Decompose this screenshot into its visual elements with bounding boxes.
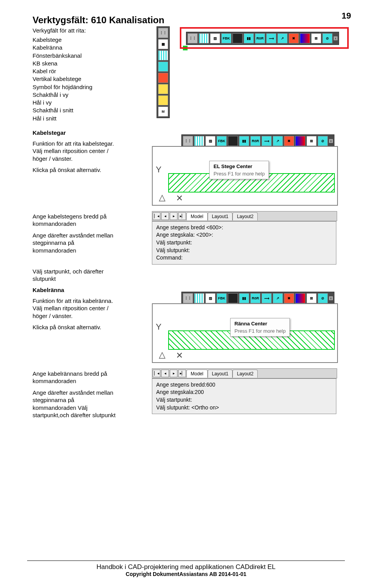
first-icon[interactable]: ▏◂: [153, 370, 160, 377]
tool-icon[interactable]: [194, 136, 204, 146]
tool-icon[interactable]: [158, 73, 168, 83]
tool-icon[interactable]: [228, 293, 238, 303]
tool-icon[interactable]: ⊘: [318, 293, 328, 303]
tab-layout2[interactable]: Layout2: [232, 212, 258, 220]
tool-icon[interactable]: RöR: [250, 293, 260, 303]
cad-viewport: Y △ ✕ Ränna Center Press F1 for more hel…: [152, 303, 338, 363]
close-icon[interactable]: x: [329, 139, 333, 143]
horizontal-toolbar: ⋮⋮ ▨ FBK ▮▮ RöR ⟶ ↗ ✖ ⊠ ⊘ x: [181, 134, 334, 148]
last-icon[interactable]: ▸▏: [178, 212, 186, 220]
command-line: Ange stegens bredd <600>:: [156, 224, 332, 232]
tool-icon[interactable]: ✖: [284, 293, 294, 303]
tooltip-title: EL Stege Center: [214, 163, 265, 169]
tool-icon[interactable]: ▮▮: [239, 136, 249, 146]
command-window[interactable]: Ange stegens bredd <600>: Ange stegskala…: [152, 221, 336, 265]
command-line: Ange stegskala:200: [156, 389, 332, 396]
body-text: Ange därefter avståndet mellan stegpinna…: [33, 389, 118, 419]
cad-viewport: Y △ ✕ EL Stege Center Press F1 for more …: [152, 146, 338, 206]
list-item: Hål i snitt: [33, 115, 345, 122]
tool-icon[interactable]: ⟶: [262, 293, 272, 303]
tool-icon[interactable]: ⊠: [307, 293, 317, 303]
tool-icon[interactable]: [295, 293, 305, 303]
tab-layout1[interactable]: Layout1: [208, 370, 233, 378]
command-line: Välj slutpunkt: <Ortho on>: [156, 404, 332, 412]
list-item: Fönsterbänkskanal: [33, 52, 345, 60]
first-icon[interactable]: ▏◂: [153, 212, 160, 220]
footer-copyright: Copyright DokumentAssiastans AB 2014-01-…: [0, 571, 372, 577]
body-text: Välj startpunkt, och därefter slutpunkt: [33, 268, 118, 283]
marker-icon: Y: [156, 165, 162, 175]
horizontal-toolbar: ⋮⋮ ▨ FBK ▮▮ RöR ⟶ ↗ ✖ ⊠ ⊘ x: [181, 292, 334, 305]
page-footer: Handbok i CAD-projektering med applikati…: [0, 560, 372, 577]
icon-label: M: [162, 110, 165, 113]
next-icon[interactable]: ▸: [170, 212, 177, 220]
body-text: Ange kabelrännans bredd på kommandoraden: [33, 370, 118, 385]
list-item: Schakthål i vy: [33, 91, 345, 99]
list-item: Vertikal kabelstege: [33, 75, 345, 83]
command-line: Välj startpunkt:: [156, 396, 332, 404]
tooltip-title: Ränna Center: [234, 321, 286, 327]
body-text: Klicka på önskat alternativ.: [33, 323, 118, 331]
prev-icon[interactable]: ◂: [161, 370, 169, 377]
tool-icon[interactable]: ▮▮: [239, 293, 249, 303]
tab-model[interactable]: Model: [186, 212, 208, 220]
grip-icon[interactable]: ⋮⋮: [183, 293, 193, 303]
marker-icon: △: [159, 193, 165, 203]
body-text: Funktion för att rita kabelränna. Välj m…: [33, 297, 118, 320]
tool-icon[interactable]: ▨: [205, 293, 215, 303]
footer-title: Handbok i CAD-projektering med applikati…: [0, 563, 372, 571]
tool-icon[interactable]: FBK: [217, 293, 227, 303]
page-title: Verktygsfält: 610 Kanalisation: [33, 15, 345, 26]
marker-icon: ✕: [176, 193, 183, 203]
tooltip: Ränna Center Press F1 for more help: [230, 318, 290, 337]
command-line: Välj slutpunkt:: [156, 247, 332, 254]
tool-icon[interactable]: [158, 84, 168, 94]
tool-icon[interactable]: ↗: [273, 293, 283, 303]
tab-layout1[interactable]: Layout1: [208, 212, 233, 220]
list-item: Kabel rör: [33, 67, 345, 75]
tooltip-help: Press F1 for more help: [234, 328, 286, 334]
tool-icon[interactable]: [158, 50, 168, 60]
tool-icon[interactable]: ▨: [205, 136, 215, 146]
body-text: Funktion för att rita kabelstegar. Välj …: [33, 140, 118, 163]
page-number: 19: [342, 11, 351, 21]
grip-icon[interactable]: ⋮⋮: [158, 28, 168, 38]
list-item: KB skena: [33, 60, 345, 67]
tool-icon[interactable]: ⊠: [307, 136, 317, 146]
list-item: Symbol för höjdändring: [33, 83, 345, 91]
prev-icon[interactable]: ◂: [161, 212, 169, 220]
marker-icon: △: [159, 350, 165, 360]
tool-icon[interactable]: [228, 136, 238, 146]
next-icon[interactable]: ▸: [170, 370, 177, 377]
tab-layout2[interactable]: Layout2: [232, 370, 258, 378]
command-line: Välj startpunkt:: [156, 239, 332, 247]
tool-icon[interactable]: [194, 293, 204, 303]
tab-model[interactable]: Model: [186, 370, 208, 378]
vertical-toolbar: ⋮⋮ ▦ M: [157, 26, 170, 118]
highlight-rectangle: [180, 27, 349, 49]
tool-icon[interactable]: [295, 136, 305, 146]
command-line: Command:: [156, 254, 332, 262]
tool-icon[interactable]: ↗: [273, 136, 283, 146]
tool-icon[interactable]: ▦: [158, 39, 168, 49]
command-line: Ange stegens bredd:600: [156, 381, 332, 389]
marker-icon: Y: [156, 322, 162, 332]
body-text: Ange därefter avståndet mellan stegpinna…: [33, 232, 118, 254]
tool-icon[interactable]: RöR: [250, 136, 260, 146]
tool-list: Kabelstege Kabelränna Fönsterbänkskanal …: [33, 36, 345, 122]
tooltip-help: Press F1 for more help: [214, 171, 265, 177]
list-item: Schakthål i snitt: [33, 107, 345, 114]
tool-icon[interactable]: FBK: [217, 136, 227, 146]
tool-icon[interactable]: ⟶: [262, 136, 272, 146]
command-window[interactable]: Ange stegens bredd:600 Ange stegskala:20…: [152, 378, 336, 414]
tool-icon[interactable]: ✖: [284, 136, 294, 146]
tool-icon[interactable]: ⊘: [318, 136, 328, 146]
tool-icon[interactable]: M: [158, 107, 168, 117]
model-tab-strip: ▏◂ ◂ ▸ ▸▏ Model Layout1 Layout2: [152, 368, 337, 378]
model-tab-strip: ▏◂ ◂ ▸ ▸▏ Model Layout1 Layout2: [152, 211, 337, 221]
last-icon[interactable]: ▸▏: [178, 370, 186, 377]
close-icon[interactable]: x: [329, 296, 333, 300]
grip-icon[interactable]: ⋮⋮: [183, 136, 193, 146]
tool-icon[interactable]: [158, 62, 168, 72]
tool-icon[interactable]: [158, 95, 168, 105]
